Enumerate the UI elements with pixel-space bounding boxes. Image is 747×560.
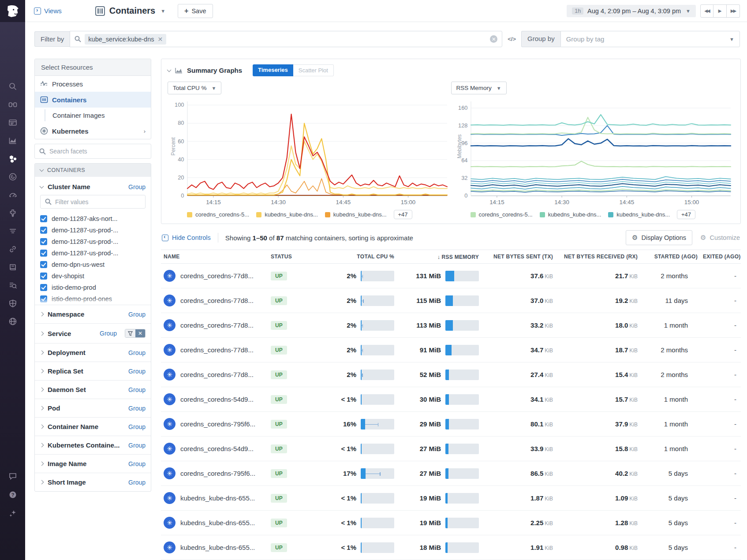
legend-item[interactable]: kubedns_kube-dns...	[256, 211, 318, 218]
facet-daemon-set[interactable]: Daemon Set Group	[35, 380, 151, 399]
header-name[interactable]: NAME	[161, 254, 268, 260]
group-link[interactable]: Group	[128, 311, 146, 318]
legend-more-badge[interactable]: +47	[394, 210, 412, 219]
filter-tag[interactable]: kube_service:kube-dns ✕	[85, 34, 166, 45]
group-link[interactable]: Group	[100, 330, 117, 337]
network-globe-icon[interactable]	[8, 317, 18, 326]
filter-input[interactable]: kube_service:kube-dns ✕ ✕	[70, 31, 502, 47]
facet-namespace[interactable]: Namespace Group	[35, 305, 151, 323]
header-rss-memory[interactable]: ↓RSS MEMORY	[397, 254, 482, 260]
service-filter-chip[interactable]: ✕	[125, 329, 146, 338]
code-view-button[interactable]: </>	[502, 36, 521, 42]
chat-icon[interactable]	[8, 471, 18, 481]
remove-tag-icon[interactable]: ✕	[157, 36, 163, 43]
integrations-icon[interactable]	[8, 208, 18, 218]
clear-filter-icon[interactable]: ✕	[490, 35, 497, 43]
group-link[interactable]: Group	[128, 349, 146, 356]
group-link[interactable]: Group	[128, 405, 146, 412]
legend-item[interactable]: kubedns_kube-dns...	[540, 211, 601, 218]
cluster-checkbox-row[interactable]: demo-11287-us-prod-...	[40, 247, 146, 259]
header-started[interactable]: STARTED (AGO)	[640, 254, 700, 260]
logs-icon[interactable]	[8, 226, 18, 236]
table-row[interactable]: ✳ coredns_coredns-54d9... UP < 1% 27 MiB	[161, 437, 741, 461]
group-link[interactable]: Group	[128, 368, 146, 375]
group-link[interactable]: Group	[128, 460, 146, 467]
search-icon[interactable]	[8, 82, 18, 91]
facet-deployment[interactable]: Deployment Group	[35, 343, 151, 362]
metrics-icon[interactable]	[8, 136, 18, 146]
group-by-select[interactable]: Group by tag ▼	[560, 31, 740, 47]
remove-service-filter-icon[interactable]: ✕	[135, 329, 145, 337]
time-play-button[interactable]: ▶	[713, 4, 727, 18]
tab-scatter-plot[interactable]: Scatter Plot	[293, 64, 334, 76]
notebooks-icon[interactable]	[8, 262, 18, 272]
cluster-checkbox-row[interactable]: demo-11287-us-prod-...	[40, 236, 146, 247]
sidebar-item-containers[interactable]: Containers	[35, 92, 151, 108]
table-row[interactable]: ✳ kubedns_kube-dns-655... UP < 1% 18 MiB	[161, 535, 741, 560]
group-link[interactable]: Group	[128, 479, 146, 486]
facet-short-image[interactable]: Short Image Group	[35, 473, 151, 491]
gauge-icon[interactable]	[8, 190, 18, 200]
checkbox-checked-icon[interactable]	[40, 273, 47, 280]
cluster-checkbox-row[interactable]: istio-demo-prod	[40, 282, 146, 293]
cpu-timeseries-chart[interactable]: Percent 02040608010014:1514:3014:4515:00…	[168, 97, 451, 220]
tab-timeseries[interactable]: Timeseries	[253, 64, 293, 76]
cluster-checkbox-row[interactable]: demo-11287-aks-nort...	[40, 213, 146, 224]
sidebar-item-kubernetes[interactable]: Kubernetes ›	[35, 123, 151, 139]
cluster-checkbox-row[interactable]: istio-demo-prod-ones	[40, 293, 146, 305]
chevron-down-icon[interactable]	[167, 67, 172, 72]
checkbox-checked-icon[interactable]	[40, 250, 47, 257]
checkbox-checked-icon[interactable]	[40, 238, 47, 245]
group-link[interactable]: Group	[128, 423, 146, 430]
security-shield-icon[interactable]	[8, 299, 18, 308]
hide-controls-button[interactable]: Hide Controls	[162, 234, 211, 241]
dashboards-icon[interactable]	[8, 118, 18, 127]
cluster-checkbox-row[interactable]: demo-11287-us-prod-...	[40, 224, 146, 236]
customize-button[interactable]: ⚙ Customize	[700, 234, 740, 242]
save-button[interactable]: + Save	[178, 4, 213, 18]
left-metric-select[interactable]: Total CPU % ▼	[168, 82, 221, 94]
ci-link-icon[interactable]	[8, 244, 18, 254]
checkbox-checked-icon[interactable]	[40, 295, 47, 302]
facet-kubernetes-container[interactable]: Kubernetes Containe... Group	[35, 436, 151, 454]
table-row[interactable]: ✳ coredns_coredns-795f6... UP 17% 27 MiB	[161, 461, 741, 486]
cluster-checkbox-row[interactable]: demo-dpn-us-west	[40, 259, 146, 270]
header-total-cpu[interactable]: TOTAL CPU %	[317, 254, 397, 260]
sidebar-item-processes[interactable]: Processes	[35, 76, 151, 92]
views-button[interactable]: Views	[34, 7, 62, 15]
legend-item[interactable]: coredns_coredns-5...	[187, 211, 249, 218]
time-range-picker[interactable]: 1h Aug 4, 2:09 pm – Aug 4, 3:09 pm ▼	[567, 5, 696, 17]
table-row[interactable]: ✳ coredns_coredns-795f6... UP 16% 29 MiB	[161, 412, 741, 437]
datadog-logo[interactable]	[0, 0, 25, 22]
sparkles-icon[interactable]	[8, 508, 18, 518]
time-back-button[interactable]: ◀◀	[700, 4, 713, 18]
chevron-down-icon[interactable]	[40, 184, 44, 188]
cluster-group-link[interactable]: Group	[128, 183, 146, 190]
time-forward-button[interactable]: ▶▶	[727, 4, 740, 18]
legend-more-badge[interactable]: +47	[677, 210, 695, 219]
containers-facet-section[interactable]: CONTAINERS	[35, 164, 151, 177]
table-row[interactable]: ✳ coredns_coredns-77d8... UP 2% 115 MiB	[161, 288, 741, 313]
facet-image-name[interactable]: Image Name Group	[35, 454, 151, 473]
sidebar-item-container-images[interactable]: Container Images	[35, 108, 151, 123]
legend-item[interactable]: kubedns_kube-dns...	[325, 211, 387, 218]
facet-replica-set[interactable]: Replica Set Group	[35, 362, 151, 380]
table-row[interactable]: ✳ kubedns_kube-dns-655... UP < 1% 19 MiB	[161, 486, 741, 511]
table-row[interactable]: ✳ coredns_coredns-77d8... UP 2% 52 MiB	[161, 362, 741, 387]
header-net-received[interactable]: NET BYTES RECEIVED (RX)	[556, 254, 640, 260]
title-caret-icon[interactable]: ▼	[161, 8, 165, 14]
group-link[interactable]: Group	[128, 386, 146, 393]
facet-container-name[interactable]: Container Name Group	[35, 417, 151, 436]
table-row[interactable]: ✳ coredns_coredns-54d9... UP < 1% 30 MiB	[161, 387, 741, 412]
apm-icon[interactable]	[8, 172, 18, 182]
checkbox-checked-icon[interactable]	[40, 261, 47, 268]
checkbox-checked-icon[interactable]	[40, 227, 47, 234]
search-facets-box[interactable]	[34, 144, 151, 159]
table-row[interactable]: ✳ coredns_coredns-77d8... UP 2% 113 MiB	[161, 313, 741, 338]
table-row[interactable]: ✳ coredns_coredns-77d8... UP 2% 131 MiB	[161, 264, 741, 288]
help-icon[interactable]: ?	[8, 490, 18, 500]
right-metric-select[interactable]: RSS Memory ▼	[451, 82, 507, 94]
containers-icon[interactable]	[8, 154, 18, 164]
table-row[interactable]: ✳ coredns_coredns-77d8... UP 2% 91 MiB	[161, 338, 741, 362]
facet-pod[interactable]: Pod Group	[35, 399, 151, 417]
